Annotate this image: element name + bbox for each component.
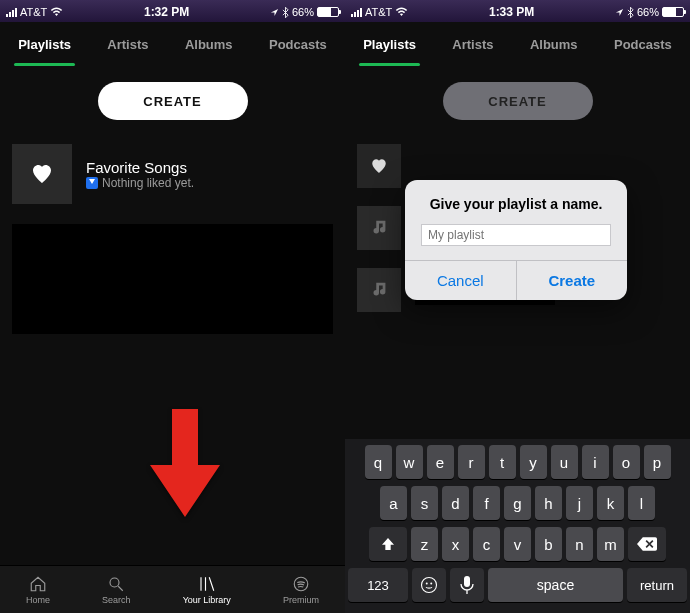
tab-playlists[interactable]: Playlists <box>359 31 420 58</box>
library-tabs: Playlists Artists Albums Podcasts <box>345 22 690 66</box>
key-i[interactable]: i <box>582 445 609 479</box>
down-arrow-annotation <box>150 409 220 517</box>
key-q[interactable]: q <box>365 445 392 479</box>
key-d[interactable]: d <box>442 486 469 520</box>
key-p[interactable]: p <box>644 445 671 479</box>
key-z[interactable]: z <box>411 527 438 561</box>
heart-icon <box>29 162 55 186</box>
playlist-cover <box>357 268 401 312</box>
key-emoji[interactable] <box>412 568 446 602</box>
key-b[interactable]: b <box>535 527 562 561</box>
dialog-title: Give your playlist a name. <box>405 180 627 224</box>
key-y[interactable]: y <box>520 445 547 479</box>
nav-premium[interactable]: Premium <box>283 575 319 605</box>
dialog-cancel-button[interactable]: Cancel <box>405 261 516 300</box>
key-shift[interactable] <box>369 527 407 561</box>
dialog-create-button[interactable]: Create <box>516 261 628 300</box>
mic-icon <box>460 576 474 594</box>
battery-icon <box>662 7 684 17</box>
playlist-name-input[interactable] <box>421 224 611 246</box>
spotify-icon <box>291 575 311 593</box>
content-area: CREATE Favorite Songs Nothing liked yet. <box>0 66 345 565</box>
playlist-cover <box>357 206 401 250</box>
nav-library-label: Your Library <box>183 595 231 605</box>
nav-search-label: Search <box>102 595 131 605</box>
battery-icon <box>317 7 339 17</box>
nav-library[interactable]: Your Library <box>183 575 231 605</box>
key-return[interactable]: return <box>627 568 687 602</box>
tab-artists[interactable]: Artists <box>103 31 152 58</box>
key-space[interactable]: space <box>488 568 623 602</box>
name-playlist-dialog: Give your playlist a name. Cancel Create <box>405 180 627 300</box>
tab-playlists[interactable]: Playlists <box>14 31 75 58</box>
key-e[interactable]: e <box>427 445 454 479</box>
signal-icon <box>6 8 17 17</box>
create-playlist-button[interactable]: CREATE <box>443 82 593 120</box>
favorite-songs-row[interactable]: Favorite Songs Nothing liked yet. <box>0 138 345 210</box>
svg-point-3 <box>426 583 428 585</box>
key-g[interactable]: g <box>504 486 531 520</box>
home-icon <box>28 575 48 593</box>
bottom-nav: Home Search Your Library Premium <box>0 565 345 613</box>
tab-albums[interactable]: Albums <box>181 31 237 58</box>
key-h[interactable]: h <box>535 486 562 520</box>
key-a[interactable]: a <box>380 486 407 520</box>
key-f[interactable]: f <box>473 486 500 520</box>
location-icon <box>270 8 279 17</box>
key-k[interactable]: k <box>597 486 624 520</box>
key-s[interactable]: s <box>411 486 438 520</box>
nav-home[interactable]: Home <box>26 575 50 605</box>
backspace-icon <box>637 537 657 551</box>
favorite-title: Favorite Songs <box>86 159 194 176</box>
content-area: CREATE Give your playlist a name. Cancel <box>345 66 690 613</box>
signal-icon <box>351 8 362 17</box>
phone-right: AT&T 1:33 PM 66% Playlists Artists Album… <box>345 0 690 613</box>
tab-podcasts[interactable]: Podcasts <box>265 31 331 58</box>
key-r[interactable]: r <box>458 445 485 479</box>
key-dictation[interactable] <box>450 568 484 602</box>
wifi-icon <box>395 7 408 17</box>
emoji-icon <box>420 576 438 594</box>
library-tabs: Playlists Artists Albums Podcasts <box>0 22 345 66</box>
nav-premium-label: Premium <box>283 595 319 605</box>
create-playlist-button[interactable]: CREATE <box>98 82 248 120</box>
favorite-cover <box>357 144 401 188</box>
svg-point-0 <box>110 578 119 587</box>
key-n[interactable]: n <box>566 527 593 561</box>
download-badge-icon <box>86 177 98 189</box>
clock: 1:33 PM <box>489 5 534 19</box>
tab-podcasts[interactable]: Podcasts <box>610 31 676 58</box>
battery-pct: 66% <box>637 6 659 18</box>
key-u[interactable]: u <box>551 445 578 479</box>
key-m[interactable]: m <box>597 527 624 561</box>
carrier-label: AT&T <box>20 6 47 18</box>
key-o[interactable]: o <box>613 445 640 479</box>
favorite-subtitle: Nothing liked yet. <box>102 176 194 190</box>
nav-home-label: Home <box>26 595 50 605</box>
svg-point-2 <box>422 578 437 593</box>
favorite-cover <box>12 144 72 204</box>
key-j[interactable]: j <box>566 486 593 520</box>
tab-albums[interactable]: Albums <box>526 31 582 58</box>
svg-rect-5 <box>464 576 470 587</box>
location-icon <box>615 8 624 17</box>
tab-artists[interactable]: Artists <box>448 31 497 58</box>
status-bar: AT&T 1:32 PM 66% <box>0 0 345 22</box>
phone-left: AT&T 1:32 PM 66% Playlists Artists Album… <box>0 0 345 613</box>
heart-icon <box>369 157 389 175</box>
key-123[interactable]: 123 <box>348 568 408 602</box>
key-backspace[interactable] <box>628 527 666 561</box>
key-w[interactable]: w <box>396 445 423 479</box>
carrier-label: AT&T <box>365 6 392 18</box>
key-c[interactable]: c <box>473 527 500 561</box>
key-l[interactable]: l <box>628 486 655 520</box>
bluetooth-icon <box>282 7 289 18</box>
wifi-icon <box>50 7 63 17</box>
key-v[interactable]: v <box>504 527 531 561</box>
battery-pct: 66% <box>292 6 314 18</box>
nav-search[interactable]: Search <box>102 575 131 605</box>
key-t[interactable]: t <box>489 445 516 479</box>
shift-icon <box>380 536 396 552</box>
redacted-block <box>12 224 333 334</box>
key-x[interactable]: x <box>442 527 469 561</box>
